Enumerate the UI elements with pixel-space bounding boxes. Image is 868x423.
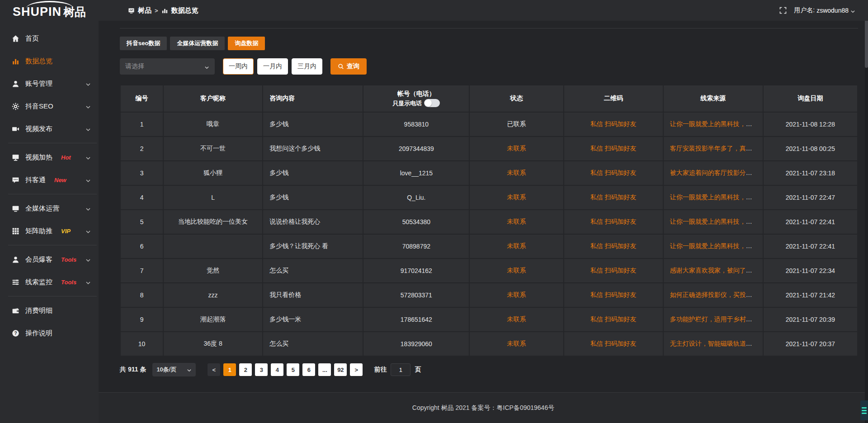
- sidebar-item-douyin-seo[interactable]: 抖音SEO: [0, 95, 99, 118]
- breadcrumb: 树品 > 数据总览: [128, 6, 198, 15]
- sidebar-item-consumption-detail[interactable]: 消费明细: [0, 299, 99, 322]
- page-button-4[interactable]: 4: [271, 363, 283, 376]
- lead-source-link[interactable]: 无主灯设计，智能磁吸轨道灯...: [670, 340, 758, 347]
- cell-date: 2021-11-07 21:42: [763, 283, 858, 307]
- status-badge: 未联系: [507, 145, 526, 152]
- qr-add-friend-link[interactable]: 私信 扫码加好友: [590, 291, 637, 298]
- lead-source-link[interactable]: 让你一眼就爱上的黑科技，能...: [670, 193, 758, 201]
- home-icon: [12, 35, 19, 42]
- column-header-account: 帐号（电话）只显示电话: [363, 85, 469, 112]
- sidebar-item-label: 全媒体运营: [25, 204, 59, 213]
- column-header-content: 咨询内容: [263, 85, 363, 112]
- search-button[interactable]: 查询: [330, 58, 367, 75]
- qr-add-friend-link[interactable]: 私信 扫码加好友: [590, 120, 637, 127]
- footer: Copyright 树品 2021 备案号：粤ICP备09019646号: [99, 392, 868, 423]
- sidebar-item-account-management[interactable]: 账号管理: [0, 72, 99, 95]
- page-button-6[interactable]: 6: [302, 363, 315, 376]
- range-button-three-months[interactable]: 三月内: [292, 58, 322, 75]
- app-logo: SHUPIN 树品: [0, 0, 99, 21]
- lead-source-link[interactable]: 让你一眼就爱上的黑科技，能...: [670, 218, 758, 225]
- page-size-select[interactable]: 10条/页: [152, 363, 196, 376]
- table-row: 8zzz我只看价格572803371未联系私信 扫码加好友如何正确选择投影仪，买…: [120, 283, 858, 307]
- tab-douyin-seo-data[interactable]: 抖音seo数据: [120, 37, 167, 50]
- qr-add-friend-link[interactable]: 私信 扫码加好友: [590, 193, 637, 201]
- page-button-92[interactable]: 92: [334, 363, 347, 376]
- qr-add-friend-link[interactable]: 私信 扫码加好友: [590, 340, 637, 347]
- page-button-2[interactable]: 2: [239, 363, 252, 376]
- phone-only-toggle[interactable]: [424, 99, 440, 107]
- page-size-value: 10条/页: [156, 366, 176, 374]
- logo-arc-decoration: [26, 1, 73, 8]
- floating-widget[interactable]: [860, 400, 868, 420]
- status-badge: 已联系: [507, 120, 526, 127]
- page-ellipsis-button[interactable]: ...: [318, 363, 331, 376]
- sidebar-item-lead-monitor[interactable]: 线索监控Tools: [0, 271, 99, 293]
- cell-id: 2: [120, 136, 163, 161]
- sidebar-item-label: 视频发布: [25, 125, 52, 133]
- page-buttons: <123456...92>: [208, 363, 366, 376]
- cell-date: 2021-11-08 00:25: [763, 136, 858, 161]
- fullscreen-icon[interactable]: [779, 7, 787, 14]
- sidebar-item-matrix-boost[interactable]: 矩阵助推VIP: [0, 220, 99, 242]
- chevron-down-icon: [85, 177, 91, 183]
- sidebar-item-label: 数据总览: [25, 57, 52, 66]
- lead-source-link[interactable]: 多功能护栏灯，适用于乡村文...: [670, 315, 758, 323]
- sidebar-item-data-overview[interactable]: 数据总览: [0, 50, 99, 72]
- table-row: 1哦章多少钱9583810已联系私信 扫码加好友让你一眼就爱上的黑科技，能...…: [120, 112, 858, 136]
- page-button-3[interactable]: 3: [255, 363, 268, 376]
- breadcrumb-separator: >: [155, 7, 158, 14]
- lead-source-link[interactable]: 如何正确选择投影仪，买投影...: [670, 291, 758, 298]
- chevron-down-icon: [85, 126, 91, 132]
- goto-page: 前往 页: [374, 363, 421, 376]
- qr-add-friend-link[interactable]: 私信 扫码加好友: [590, 218, 637, 225]
- chevron-down-icon: [85, 257, 91, 262]
- qr-add-friend-link[interactable]: 私信 扫码加好友: [590, 267, 637, 274]
- sidebar-item-video-heating[interactable]: 视频加热Hot: [0, 146, 99, 169]
- cell-account: 572803371: [363, 283, 469, 307]
- sidebar-item-label: 视频加热: [25, 153, 52, 162]
- sidebar-item-member-burst[interactable]: 会员爆客Tools: [0, 248, 99, 271]
- chevron-down-icon: [85, 81, 91, 86]
- range-button-one-week[interactable]: 一周内: [223, 58, 254, 75]
- lead-source-link[interactable]: 让你一眼就爱上的黑科技，能...: [670, 242, 758, 249]
- user-menu[interactable]: 用户名: zswodun88: [794, 6, 855, 14]
- lead-source-link[interactable]: 感谢大家喜欢我家，被问了好...: [670, 267, 758, 274]
- range-button-one-month[interactable]: 一月内: [257, 58, 288, 75]
- sidebar-item-doukeitong[interactable]: 抖客通New: [0, 169, 99, 191]
- topbar: SHUPIN 树品 树品 > 数据总览 用户名: zswodun88: [0, 0, 868, 21]
- chevron-down-icon: [85, 279, 91, 285]
- filter-select[interactable]: 请选择: [120, 58, 215, 75]
- lead-source-link[interactable]: 被大家追着问的客厅投影分享...: [670, 169, 758, 176]
- tab-omni-media-data[interactable]: 全媒体运营数据: [170, 37, 225, 50]
- chevron-down-icon: [85, 206, 91, 211]
- lead-source-link[interactable]: 客厅安装投影半年多了，真实...: [670, 145, 758, 152]
- prev-page-button[interactable]: <: [208, 363, 220, 376]
- page-scrollbar[interactable]: [865, 0, 868, 423]
- cell-account: 917024162: [363, 258, 469, 283]
- status-badge: 未联系: [507, 242, 526, 249]
- goto-page-input[interactable]: [391, 363, 410, 376]
- sidebar-item-operation-guide[interactable]: ?操作说明: [0, 322, 99, 344]
- sidebar-item-badge: VIP: [61, 228, 71, 235]
- breadcrumb-item-root[interactable]: 树品: [138, 6, 151, 15]
- page-button-1[interactable]: 1: [223, 363, 236, 376]
- cell-nick: 潮起潮落: [163, 307, 263, 332]
- qr-add-friend-link[interactable]: 私信 扫码加好友: [590, 169, 637, 176]
- sidebar-item-video-publish[interactable]: 视频发布: [0, 118, 99, 140]
- sidebar-item-home[interactable]: 首页: [0, 27, 99, 50]
- cell-date: 2021-11-07 22:47: [763, 185, 858, 210]
- qr-add-friend-link[interactable]: 私信 扫码加好友: [590, 242, 637, 249]
- next-page-button[interactable]: >: [350, 363, 363, 376]
- lead-source-link[interactable]: 让你一眼就爱上的黑科技，能...: [670, 120, 758, 127]
- qr-add-friend-link[interactable]: 私信 扫码加好友: [590, 315, 637, 323]
- qr-add-friend-link[interactable]: 私信 扫码加好友: [590, 145, 637, 152]
- cell-id: 1: [120, 112, 163, 136]
- page-button-5[interactable]: 5: [287, 363, 299, 376]
- cell-content: 多少钱？让我死心 看: [263, 234, 363, 258]
- status-badge: 未联系: [507, 340, 526, 347]
- chevron-down-icon: [187, 367, 192, 372]
- tab-inquiry-data[interactable]: 询盘数据: [228, 37, 265, 50]
- goto-label: 前往: [374, 366, 387, 374]
- sidebar-item-omni-media[interactable]: 全媒体运营: [0, 197, 99, 220]
- main-content: 抖音seo数据全媒体运营数据询盘数据 请选择 一周内一月内三月内 查询 编号客户…: [99, 21, 868, 423]
